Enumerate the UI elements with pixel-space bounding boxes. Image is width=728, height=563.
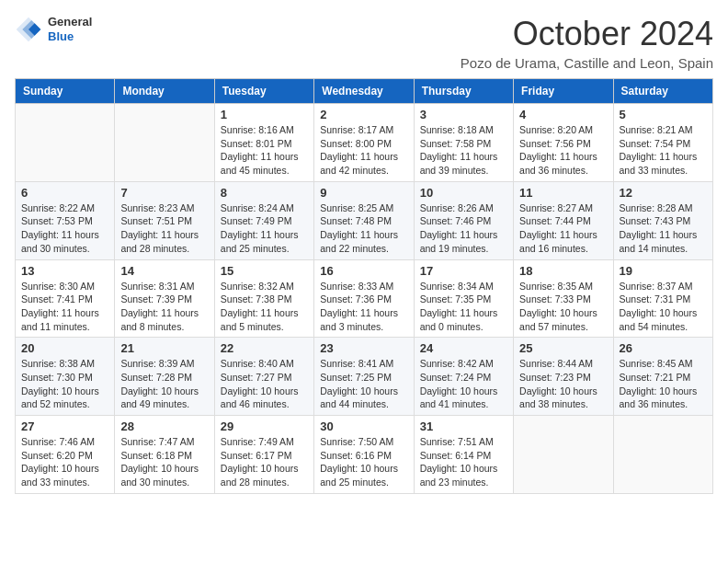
logo-text: General Blue: [48, 15, 92, 43]
weekday-header-saturday: Saturday: [613, 79, 712, 104]
day-detail: Sunrise: 8:33 AMSunset: 7:36 PMDaylight:…: [320, 280, 407, 334]
calendar-cell: 1Sunrise: 8:16 AMSunset: 8:01 PMDaylight…: [214, 104, 313, 182]
day-number: 4: [519, 108, 607, 121]
logo-icon: [15, 16, 42, 43]
calendar-cell: 13Sunrise: 8:30 AMSunset: 7:41 PMDayligh…: [16, 259, 115, 338]
calendar-cell: 7Sunrise: 8:23 AMSunset: 7:51 PMDaylight…: [115, 181, 214, 259]
day-detail: Sunrise: 8:31 AMSunset: 7:39 PMDaylight:…: [120, 280, 208, 334]
day-detail: Sunrise: 8:44 AMSunset: 7:23 PMDaylight:…: [519, 357, 607, 411]
calendar-cell: 10Sunrise: 8:26 AMSunset: 7:46 PMDayligh…: [414, 181, 513, 259]
day-number: 17: [420, 264, 507, 278]
day-number: 24: [420, 341, 507, 355]
day-number: 16: [320, 264, 407, 278]
day-detail: Sunrise: 7:50 AMSunset: 6:16 PMDaylight:…: [320, 435, 407, 489]
calendar-cell: 6Sunrise: 8:22 AMSunset: 7:53 PMDaylight…: [16, 181, 115, 259]
calendar-cell: 5Sunrise: 8:21 AMSunset: 7:54 PMDaylight…: [613, 104, 712, 182]
location-title: Pozo de Urama, Castille and Leon, Spain: [461, 55, 713, 71]
day-detail: Sunrise: 8:38 AMSunset: 7:30 PMDaylight:…: [21, 357, 108, 411]
day-number: 30: [320, 419, 407, 433]
logo-general-text: General: [48, 15, 92, 29]
calendar-cell: 15Sunrise: 8:32 AMSunset: 7:38 PMDayligh…: [214, 259, 313, 338]
weekday-header-sunday: Sunday: [16, 79, 115, 104]
day-detail: Sunrise: 8:30 AMSunset: 7:41 PMDaylight:…: [21, 280, 108, 334]
day-detail: Sunrise: 8:17 AMSunset: 8:00 PMDaylight:…: [320, 123, 407, 178]
day-detail: Sunrise: 8:39 AMSunset: 7:28 PMDaylight:…: [120, 357, 208, 411]
day-number: 26: [620, 341, 707, 355]
day-detail: Sunrise: 8:35 AMSunset: 7:33 PMDaylight:…: [519, 280, 607, 334]
calendar-cell: [16, 104, 115, 182]
weekday-header-friday: Friday: [514, 79, 613, 104]
day-detail: Sunrise: 8:45 AMSunset: 7:21 PMDaylight:…: [620, 357, 707, 411]
day-number: 1: [221, 108, 308, 121]
day-number: 31: [420, 419, 507, 433]
day-number: 10: [420, 186, 507, 200]
calendar-cell: 24Sunrise: 8:42 AMSunset: 7:24 PMDayligh…: [414, 338, 513, 416]
calendar-cell: [514, 416, 613, 494]
calendar-cell: 11Sunrise: 8:27 AMSunset: 7:44 PMDayligh…: [514, 181, 613, 259]
calendar-week-row: 1Sunrise: 8:16 AMSunset: 8:01 PMDaylight…: [16, 104, 713, 182]
calendar-cell: 16Sunrise: 8:33 AMSunset: 7:36 PMDayligh…: [314, 259, 414, 338]
day-number: 8: [221, 186, 308, 200]
day-number: 9: [320, 186, 407, 200]
day-number: 29: [221, 419, 308, 433]
calendar-cell: 9Sunrise: 8:25 AMSunset: 7:48 PMDaylight…: [314, 181, 414, 259]
day-number: 20: [21, 341, 108, 355]
day-detail: Sunrise: 8:26 AMSunset: 7:46 PMDaylight:…: [420, 201, 507, 256]
calendar-cell: 3Sunrise: 8:18 AMSunset: 7:58 PMDaylight…: [414, 104, 513, 182]
calendar-week-row: 13Sunrise: 8:30 AMSunset: 7:41 PMDayligh…: [16, 259, 713, 338]
calendar-cell: 31Sunrise: 7:51 AMSunset: 6:14 PMDayligh…: [414, 416, 513, 494]
calendar-cell: 14Sunrise: 8:31 AMSunset: 7:39 PMDayligh…: [115, 259, 214, 338]
day-detail: Sunrise: 8:34 AMSunset: 7:35 PMDaylight:…: [420, 280, 507, 334]
day-number: 13: [21, 264, 108, 278]
day-detail: Sunrise: 8:23 AMSunset: 7:51 PMDaylight:…: [120, 201, 208, 256]
day-number: 5: [620, 108, 707, 121]
calendar-cell: 28Sunrise: 7:47 AMSunset: 6:18 PMDayligh…: [115, 416, 214, 494]
day-number: 6: [21, 186, 108, 200]
day-number: 18: [519, 264, 607, 278]
weekday-header-row: SundayMondayTuesdayWednesdayThursdayFrid…: [16, 79, 713, 104]
weekday-header-thursday: Thursday: [414, 79, 513, 104]
day-number: 11: [519, 186, 607, 200]
day-detail: Sunrise: 8:42 AMSunset: 7:24 PMDaylight:…: [420, 357, 507, 411]
calendar-cell: 19Sunrise: 8:37 AMSunset: 7:31 PMDayligh…: [613, 259, 712, 338]
day-detail: Sunrise: 8:21 AMSunset: 7:54 PMDaylight:…: [620, 123, 707, 178]
day-number: 19: [620, 264, 707, 278]
calendar-week-row: 27Sunrise: 7:46 AMSunset: 6:20 PMDayligh…: [16, 416, 713, 494]
calendar-cell: 30Sunrise: 7:50 AMSunset: 6:16 PMDayligh…: [314, 416, 414, 494]
day-number: 3: [420, 108, 507, 121]
day-detail: Sunrise: 7:46 AMSunset: 6:20 PMDaylight:…: [21, 435, 108, 489]
calendar-cell: 29Sunrise: 7:49 AMSunset: 6:17 PMDayligh…: [214, 416, 313, 494]
day-detail: Sunrise: 8:28 AMSunset: 7:43 PMDaylight:…: [620, 201, 707, 256]
day-detail: Sunrise: 8:27 AMSunset: 7:44 PMDaylight:…: [519, 201, 607, 256]
calendar-cell: 22Sunrise: 8:40 AMSunset: 7:27 PMDayligh…: [214, 338, 313, 416]
day-detail: Sunrise: 8:22 AMSunset: 7:53 PMDaylight:…: [21, 201, 108, 256]
weekday-header-tuesday: Tuesday: [214, 79, 313, 104]
day-number: 15: [221, 264, 308, 278]
title-block: October 2024 Pozo de Urama, Castille and…: [461, 15, 713, 71]
calendar-cell: 27Sunrise: 7:46 AMSunset: 6:20 PMDayligh…: [16, 416, 115, 494]
calendar-cell: 4Sunrise: 8:20 AMSunset: 7:56 PMDaylight…: [514, 104, 613, 182]
calendar-cell: 25Sunrise: 8:44 AMSunset: 7:23 PMDayligh…: [514, 338, 613, 416]
weekday-header-wednesday: Wednesday: [314, 79, 414, 104]
day-detail: Sunrise: 8:18 AMSunset: 7:58 PMDaylight:…: [420, 123, 507, 178]
calendar-cell: 20Sunrise: 8:38 AMSunset: 7:30 PMDayligh…: [16, 338, 115, 416]
day-number: 27: [21, 419, 108, 433]
day-detail: Sunrise: 8:32 AMSunset: 7:38 PMDaylight:…: [221, 280, 308, 334]
day-number: 25: [519, 341, 607, 355]
day-detail: Sunrise: 8:41 AMSunset: 7:25 PMDaylight:…: [320, 357, 407, 411]
month-title: October 2024: [461, 15, 713, 53]
calendar-table: SundayMondayTuesdayWednesdayThursdayFrid…: [15, 78, 713, 494]
calendar-cell: 23Sunrise: 8:41 AMSunset: 7:25 PMDayligh…: [314, 338, 414, 416]
day-detail: Sunrise: 8:20 AMSunset: 7:56 PMDaylight:…: [519, 123, 607, 178]
calendar-cell: 12Sunrise: 8:28 AMSunset: 7:43 PMDayligh…: [613, 181, 712, 259]
day-number: 14: [120, 264, 208, 278]
day-detail: Sunrise: 7:51 AMSunset: 6:14 PMDaylight:…: [420, 435, 507, 489]
calendar-cell: 21Sunrise: 8:39 AMSunset: 7:28 PMDayligh…: [115, 338, 214, 416]
page-header: General Blue October 2024 Pozo de Urama,…: [15, 15, 713, 71]
logo-blue-text: Blue: [48, 29, 92, 44]
day-number: 23: [320, 341, 407, 355]
day-detail: Sunrise: 8:37 AMSunset: 7:31 PMDaylight:…: [620, 280, 707, 334]
calendar-week-row: 6Sunrise: 8:22 AMSunset: 7:53 PMDaylight…: [16, 181, 713, 259]
logo: General Blue: [15, 15, 92, 43]
day-detail: Sunrise: 8:24 AMSunset: 7:49 PMDaylight:…: [221, 201, 308, 256]
